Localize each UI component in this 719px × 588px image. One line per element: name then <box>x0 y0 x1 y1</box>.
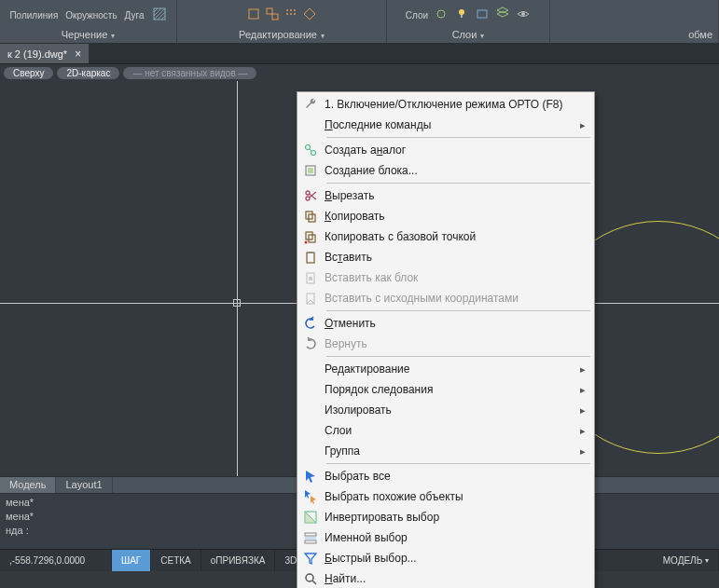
svg-rect-27 <box>309 252 312 253</box>
menu-item[interactable]: Создать аналог <box>298 140 593 160</box>
menu-item-label: Последние команды <box>325 118 431 131</box>
menu-item: Вернуть <box>298 334 593 354</box>
ribbon-group-modify: Редактирование▾ <box>177 0 387 43</box>
invert-icon <box>302 509 319 526</box>
namesel-icon <box>302 529 319 546</box>
ribbon-group-draw: Полилиния Окружность Дуга Черчение▾ <box>0 0 177 43</box>
chip-view-top[interactable]: Сверху <box>4 67 53 79</box>
menu-item-label: Вставить как блок <box>325 271 418 284</box>
menu-item[interactable]: Группа <box>298 441 593 461</box>
menu-item-label: Вставить с исходными координатами <box>325 292 519 305</box>
menu-item[interactable]: Выбрать похожие объекты <box>298 486 593 507</box>
menu-item[interactable]: Создание блока... <box>298 160 593 181</box>
menu-item[interactable]: Слои <box>298 420 593 441</box>
blank-icon <box>302 402 319 418</box>
ribbon-tool-polyline[interactable]: Полилиния <box>9 10 58 21</box>
svg-rect-2 <box>267 8 272 14</box>
menu-item[interactable]: 1. Включение/Отключение режима ОРТО (F8) <box>298 94 593 115</box>
status-grid[interactable]: СЕТКА <box>151 550 201 571</box>
ribbon-toolbar: Полилиния Окружность Дуга Черчение▾ Реда… <box>0 0 719 44</box>
status-modelspace[interactable]: МОДЕЛЬ ▾ <box>654 550 719 571</box>
layer-icon-eye[interactable] <box>516 7 531 24</box>
view-breadcrumb: Сверху 2D-каркас — нет связанных видов — <box>0 64 719 81</box>
menu-item-label: Вернуть <box>325 337 367 350</box>
menu-separator <box>326 310 590 311</box>
document-tab-close[interactable]: × <box>75 48 81 61</box>
svg-point-35 <box>306 574 313 581</box>
status-snap-step[interactable]: ШАГ <box>112 550 151 571</box>
cursor-icon <box>302 468 319 485</box>
scissors-icon <box>302 187 319 204</box>
blank-icon <box>302 116 319 133</box>
menu-item[interactable]: Именной выбор <box>298 527 593 548</box>
menu-separator <box>326 463 590 464</box>
menu-item[interactable]: Редактирование <box>298 359 593 379</box>
svg-rect-29 <box>309 277 312 280</box>
svg-rect-12 <box>461 15 463 18</box>
menu-item[interactable]: Копировать с базовой точкой <box>298 226 593 247</box>
chip-view-wireframe[interactable]: 2D-каркас <box>57 67 119 79</box>
menu-item[interactable]: Выбрать все <box>298 466 593 486</box>
modify-icon-1[interactable] <box>246 7 261 24</box>
hatch-icon[interactable] <box>152 7 167 24</box>
menu-item-label: Слои <box>325 424 352 437</box>
svg-rect-26 <box>307 253 314 263</box>
menu-item-label: Порядок следования <box>325 383 433 396</box>
document-tab[interactable]: к 2 (19).dwg* × <box>0 44 89 63</box>
menu-item[interactable]: Вставить <box>298 247 593 267</box>
menu-item: Вставить как блок <box>298 267 593 288</box>
ribbon-label-truncated: обме <box>688 27 712 43</box>
layout-tab-layout1[interactable]: Layout1 <box>56 477 112 493</box>
menu-item-label: Группа <box>325 444 360 458</box>
layer-icon-3[interactable] <box>475 7 490 24</box>
status-coordinates[interactable]: ,-558.7296,0.0000 <box>0 550 112 571</box>
layers-dropdown[interactable]: Слои <box>406 10 428 21</box>
menu-item: Вставить с исходными координатами <box>298 288 593 308</box>
ribbon-group-label-modify: Редактирование▾ <box>239 27 325 43</box>
svg-rect-3 <box>272 14 278 20</box>
layer-icon-4[interactable] <box>495 7 510 24</box>
menu-item-label: Создание блока... <box>325 164 418 177</box>
menu-item[interactable]: Изолировать <box>298 400 593 420</box>
ribbon-tool-arc[interactable]: Дуга <box>125 10 145 21</box>
menu-item[interactable]: Порядок следования <box>298 379 593 400</box>
svg-point-4 <box>286 9 288 11</box>
svg-point-7 <box>286 13 288 15</box>
menu-item-label: Вставить <box>325 251 372 264</box>
copybase-icon <box>302 228 319 245</box>
menu-item-label: Выбрать все <box>325 470 391 483</box>
svg-point-11 <box>459 9 464 15</box>
blank-icon <box>302 381 319 398</box>
pasteblock-icon <box>302 269 319 286</box>
layer-icon-bulb[interactable] <box>454 7 469 24</box>
menu-item[interactable]: Последние команды <box>298 115 593 135</box>
menu-item-label: Изолировать <box>325 403 392 417</box>
analog-icon <box>302 142 319 158</box>
menu-item-label: Вырезать <box>325 189 374 202</box>
menu-item-label: Отменить <box>325 317 376 330</box>
layout-tab-model[interactable]: Модель <box>0 477 56 493</box>
layer-icon-1[interactable] <box>434 7 449 24</box>
chip-view-linked[interactable]: — нет связанных видов — <box>123 67 256 79</box>
status-osnap[interactable]: оПРИВЯЗКА <box>201 550 276 571</box>
crosshair-vertical <box>237 81 238 493</box>
svg-point-5 <box>290 9 292 11</box>
svg-point-8 <box>290 13 292 15</box>
menu-item[interactable]: Быстрый выбор... <box>298 548 593 568</box>
menu-item-label: Копировать с базовой точкой <box>325 230 476 243</box>
modify-icon-3[interactable] <box>283 7 298 24</box>
cursors-icon <box>302 488 319 505</box>
ribbon-group-label-layers: Слои▾ <box>452 27 485 43</box>
ribbon-tool-circle[interactable]: Окружность <box>65 10 117 21</box>
menu-item-label: Быстрый выбор... <box>325 552 417 565</box>
block-icon <box>302 162 319 179</box>
menu-item[interactable]: Копировать <box>298 206 593 226</box>
menu-item[interactable]: Вырезать <box>298 185 593 206</box>
menu-separator <box>326 356 590 357</box>
menu-item[interactable]: Найти... <box>298 568 593 588</box>
svg-rect-13 <box>477 10 487 18</box>
modify-icon-4[interactable] <box>302 7 317 24</box>
modify-icon-2[interactable] <box>265 7 280 24</box>
menu-item[interactable]: Отменить <box>298 313 593 334</box>
menu-item[interactable]: Инвертировать выбор <box>298 507 593 527</box>
